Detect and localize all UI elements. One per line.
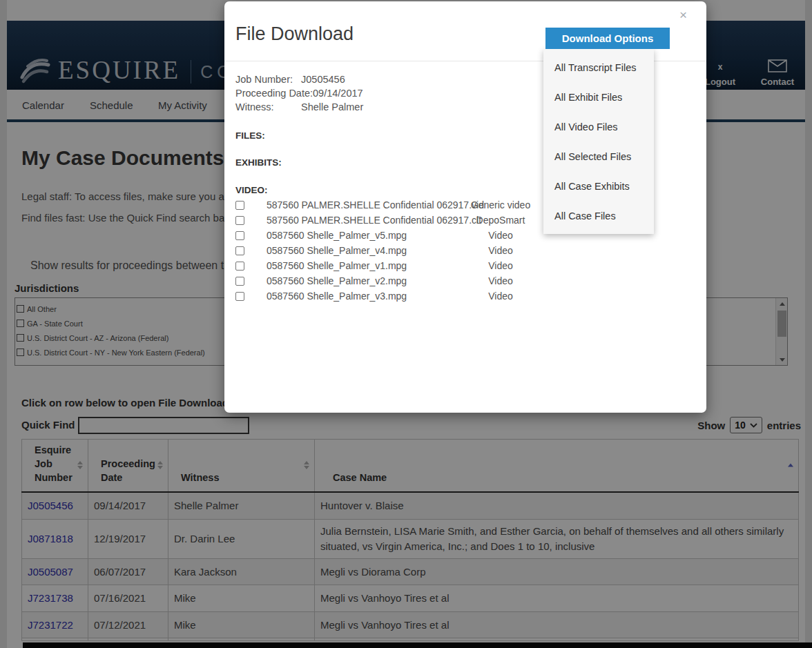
info-row: Witness:Shelle Palmer	[235, 100, 363, 114]
download-options-menu: All Transcript Files All Exhibit Files A…	[543, 49, 654, 234]
menu-item-all-case-exhibits[interactable]: All Case Exhibits	[543, 171, 654, 201]
file-checkbox[interactable]	[235, 262, 244, 271]
info-value: Shelle Palmer	[301, 101, 363, 112]
file-checkbox[interactable]	[235, 246, 244, 255]
file-type: DepoSmart	[445, 215, 556, 226]
file-name: 0587560 Shelle_Palmer_v3.mpg	[267, 291, 445, 302]
file-name: 0587560 Shelle_Palmer_v5.mpg	[267, 230, 445, 241]
file-type: Video	[445, 245, 556, 256]
job-info-block: Job Number:J0505456 Proceeding Date:09/1…	[235, 72, 363, 114]
file-row[interactable]: 0587560 Shelle_Palmer_v3.mpg Video	[235, 288, 650, 304]
menu-item-all-case-files[interactable]: All Case Files	[543, 201, 654, 230]
menu-item-all-video-files[interactable]: All Video Files	[543, 112, 654, 141]
file-row[interactable]: 0587560 Shelle_Palmer_v1.mpg Video	[235, 258, 650, 273]
file-type: Video	[445, 275, 556, 286]
menu-item-all-exhibit-files[interactable]: All Exhibit Files	[543, 82, 654, 112]
modal-title: File Download	[235, 23, 354, 45]
file-name: 0587560 Shelle_Palmer_v4.mpg	[267, 245, 445, 256]
info-value: J0505456	[301, 74, 345, 85]
file-row[interactable]: 0587560 Shelle_Palmer_v2.mpg Video	[235, 273, 650, 288]
close-icon[interactable]: ×	[679, 8, 687, 21]
info-row: Job Number:J0505456	[235, 72, 363, 86]
file-type: Video	[445, 230, 556, 241]
file-type: Generic video	[445, 199, 556, 210]
file-type: Video	[445, 291, 556, 302]
page-root: ESQUIRE CONNECT x Logout Contact Calenda…	[0, 0, 812, 648]
menu-item-all-transcript-files[interactable]: All Transcript Files	[543, 52, 654, 82]
file-checkbox[interactable]	[235, 277, 244, 286]
file-checkbox[interactable]	[235, 201, 244, 210]
file-name: 0587560 Shelle_Palmer_v2.mpg	[267, 275, 445, 286]
files-section-heading: FILES:	[235, 130, 265, 141]
menu-item-all-selected-files[interactable]: All Selected Files	[543, 141, 654, 171]
file-name: 0587560 Shelle_Palmer_v1.mpg	[267, 260, 445, 271]
file-type: Video	[445, 260, 556, 271]
info-label: Job Number:	[235, 72, 301, 86]
exhibits-section-heading: EXHIBITS:	[235, 157, 282, 168]
download-options-button[interactable]: Download Options	[545, 28, 670, 49]
file-checkbox[interactable]	[235, 216, 244, 225]
file-checkbox[interactable]	[235, 231, 244, 240]
file-download-modal: × File Download Job Number:J0505456 Proc…	[224, 1, 706, 413]
file-name: 587560 PALMER.SHELLE Confidential 062917…	[267, 215, 445, 226]
video-section-heading: VIDEO:	[235, 185, 268, 195]
info-row: Proceeding Date:09/14/2017	[235, 86, 363, 100]
info-label: Witness:	[235, 100, 301, 114]
file-checkbox[interactable]	[235, 292, 244, 301]
file-row[interactable]: 0587560 Shelle_Palmer_v4.mpg Video	[235, 243, 650, 258]
info-value: 09/14/2017	[313, 88, 363, 99]
info-label: Proceeding Date:	[235, 86, 313, 100]
file-name: 587560 PALMER.SHELLE Confidential 062917…	[267, 199, 445, 210]
